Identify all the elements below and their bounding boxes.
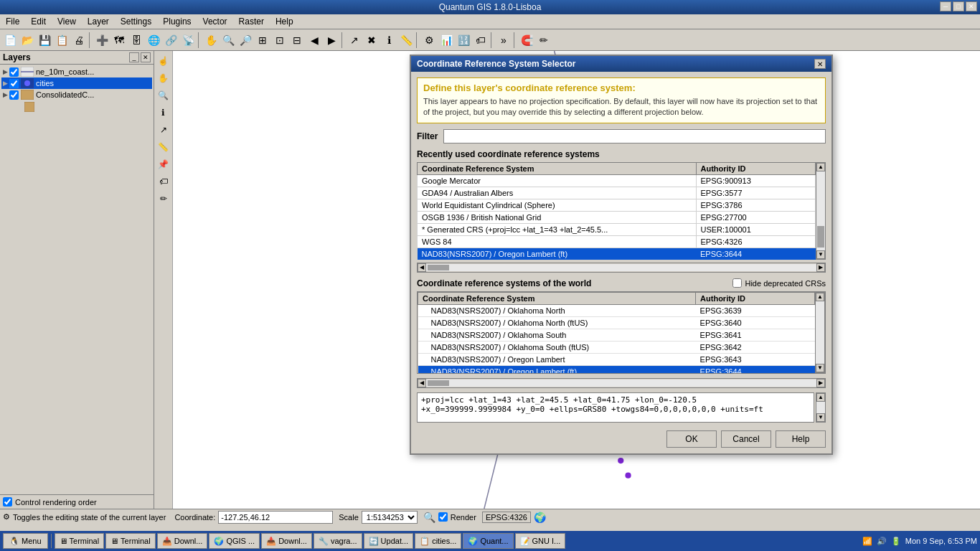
zoom-full-button[interactable]: ⊞ xyxy=(255,32,270,48)
menu-view[interactable]: View xyxy=(55,16,79,27)
hscroll-left[interactable]: ◀ xyxy=(418,263,426,272)
add-raster-button[interactable]: 🗺 xyxy=(111,32,127,48)
zoom-next-button[interactable]: ▶ xyxy=(324,32,339,48)
print-button[interactable]: 🖨 xyxy=(71,32,87,48)
recently-used-row[interactable]: GDA94 / Australian Albers EPSG:3577 xyxy=(418,187,816,199)
taskbar-qgis[interactable]: 🌍 QGIS ... xyxy=(209,533,260,549)
menu-help[interactable]: Help xyxy=(273,16,296,27)
taskbar-gnu[interactable]: 📝 GNU I... xyxy=(515,533,566,549)
world-crs-row[interactable]: NAD83(NSRS2007) / Oklahoma North (ftUS) … xyxy=(418,316,815,329)
taskbar-terminal-2[interactable]: 🖥 Terminal xyxy=(105,533,156,549)
taskbar-quant[interactable]: 🌍 Quant... xyxy=(463,533,513,549)
world-crs-hscrollbar[interactable]: ◀ ▶ xyxy=(417,378,826,388)
world-crs-row[interactable]: NAD83(NSRS2007) / Oklahoma South (ftUS) … xyxy=(418,341,815,353)
expand-arrow-1[interactable]: ▶ xyxy=(3,68,8,75)
minimize-button[interactable]: ─ xyxy=(940,1,951,11)
crs-dialog-close[interactable]: ✕ xyxy=(814,59,826,69)
hscroll-right[interactable]: ▶ xyxy=(816,263,825,272)
edit-tool[interactable]: ✏ xyxy=(156,191,171,207)
add-wcs-button[interactable]: 📡 xyxy=(180,32,196,48)
hscroll-thumb[interactable] xyxy=(428,265,449,270)
scroll-down-arrow[interactable]: ▼ xyxy=(816,250,825,259)
menu-layer[interactable]: Layer xyxy=(85,16,112,27)
zoom-previous-button[interactable]: ◀ xyxy=(306,32,322,48)
identify-button[interactable]: ℹ xyxy=(381,32,397,48)
taskbar-update[interactable]: 🔄 Updat... xyxy=(364,533,414,549)
zoom-tool[interactable]: 🔍 xyxy=(156,88,171,103)
measure-button[interactable]: 📏 xyxy=(398,32,414,48)
scroll-thumb[interactable] xyxy=(817,226,824,248)
add-db-button[interactable]: 🗄 xyxy=(128,32,144,48)
zoom-in-button[interactable]: 🔍 xyxy=(220,32,236,48)
wcrs-hscroll-left[interactable]: ◀ xyxy=(418,379,426,387)
magnifier-icon[interactable]: 🔍 xyxy=(423,512,435,523)
coord-input[interactable] xyxy=(218,511,333,524)
save-as-button[interactable]: 📋 xyxy=(54,32,70,48)
taskbar-vagrant[interactable]: 🔧 vagra... xyxy=(314,533,362,549)
help-button[interactable]: Help xyxy=(776,430,826,448)
snap-btn[interactable]: 🧲 xyxy=(519,32,534,48)
menu-vector[interactable]: Vector xyxy=(200,16,230,27)
maximize-button[interactable]: □ xyxy=(953,1,964,11)
world-crs-row-selected[interactable]: NAD83(NSRS2007) / Oregon Lambert (ft) EP… xyxy=(418,365,815,374)
new-project-button[interactable]: 📄 xyxy=(2,32,18,48)
wcrs-hscroll-right[interactable]: ▶ xyxy=(816,379,825,387)
menu-raster[interactable]: Raster xyxy=(236,16,267,27)
recently-used-row[interactable]: * Generated CRS (+proj=lcc +lat_1=43 +la… xyxy=(418,223,816,235)
layer-checkbox-cities[interactable] xyxy=(9,79,19,88)
taskbar-download-1[interactable]: 📥 Downl... xyxy=(157,533,208,549)
settings-btn[interactable]: ⚙ xyxy=(421,32,437,48)
world-crs-vscrollbar[interactable]: ▲ ▼ xyxy=(815,292,825,373)
layer-checkbox-coastline[interactable] xyxy=(9,67,19,77)
wcrs-hscroll-thumb[interactable] xyxy=(428,380,449,386)
save-project-button[interactable]: 💾 xyxy=(37,32,52,48)
open-project-button[interactable]: 📂 xyxy=(19,32,35,48)
select-button[interactable]: ↗ xyxy=(347,32,362,48)
layer-item-consolidated[interactable]: ▶ ConsolidatedC... xyxy=(1,89,152,100)
annotation-tool[interactable]: 📌 xyxy=(156,156,171,172)
proj-scroll-up[interactable]: ▲ xyxy=(816,393,825,402)
add-vector-button[interactable]: ➕ xyxy=(94,32,110,48)
recently-used-vscrollbar[interactable]: ▲ ▼ xyxy=(816,162,826,260)
render-checkbox[interactable] xyxy=(438,512,448,522)
attribute-table-btn[interactable]: 📊 xyxy=(438,32,454,48)
proj-text-scrollbar[interactable]: ▲ ▼ xyxy=(816,392,826,423)
expand-arrow-3[interactable]: ▶ xyxy=(3,91,8,98)
ok-button[interactable]: OK xyxy=(666,430,717,448)
menu-edit[interactable]: Edit xyxy=(28,16,49,27)
world-crs-row[interactable]: NAD83(NSRS2007) / Oregon Lambert EPSG:36… xyxy=(418,353,815,365)
crs-dialog-titlebar[interactable]: Coordinate Reference System Selector ✕ xyxy=(411,56,831,72)
globe-icon[interactable]: 🌍 xyxy=(534,512,546,523)
cancel-button[interactable]: Cancel xyxy=(721,430,771,448)
recently-used-row[interactable]: World Equidistant Cylindrical (Sphere) E… xyxy=(418,199,816,211)
world-crs-row[interactable]: NAD83(NSRS2007) / Oklahoma South EPSG:36… xyxy=(418,329,815,341)
taskbar-download-2[interactable]: 📥 Downl... xyxy=(261,533,312,549)
zoom-selection-button[interactable]: ⊟ xyxy=(289,32,305,48)
digitize-btn[interactable]: ✏ xyxy=(536,32,552,48)
hide-deprecated-checkbox[interactable] xyxy=(732,278,742,288)
select-tool[interactable]: ↗ xyxy=(156,122,171,138)
more-btn[interactable]: » xyxy=(496,32,512,48)
wcrs-scroll-up[interactable]: ▲ xyxy=(816,293,824,301)
recently-used-row[interactable]: OSGB 1936 / British National Grid EPSG:2… xyxy=(418,211,816,223)
recently-used-row-selected[interactable]: NAD83(NSRS2007) / Oregon Lambert (ft) EP… xyxy=(418,248,816,260)
scale-selector[interactable]: 1:5134253 xyxy=(362,511,418,524)
menu-settings[interactable]: Settings xyxy=(118,16,154,27)
menu-file[interactable]: File xyxy=(3,16,22,27)
taskbar-menu-btn[interactable]: 🐧 Menu xyxy=(3,533,48,549)
recently-used-row[interactable]: Google Mercator EPSG:900913 xyxy=(418,174,816,187)
taskbar-cities[interactable]: 📋 cities... xyxy=(415,533,461,549)
pan-tool[interactable]: ✋ xyxy=(156,70,171,86)
map-canvas[interactable]: ↗ Coordinate Reference System Selector ✕… xyxy=(173,51,980,509)
proj-text-area[interactable]: +proj=lcc +lat_1=43 +lat_2=45.5 +lat_0=4… xyxy=(417,392,814,423)
layer-checkbox-consolidated[interactable] xyxy=(9,90,19,100)
layers-panel-close[interactable]: ✕ xyxy=(141,52,151,62)
control-rendering-checkbox[interactable] xyxy=(3,497,12,507)
recently-used-row[interactable]: WGS 84 EPSG:4326 xyxy=(418,235,816,248)
field-calc-btn[interactable]: 🔢 xyxy=(456,32,471,48)
label-btn[interactable]: 🏷 xyxy=(473,32,489,48)
zoom-layer-button[interactable]: ⊡ xyxy=(272,32,288,48)
expand-arrow-2[interactable]: ▶ xyxy=(3,80,8,87)
menu-plugins[interactable]: Plugins xyxy=(160,16,194,27)
pan-button[interactable]: ✋ xyxy=(203,32,219,48)
